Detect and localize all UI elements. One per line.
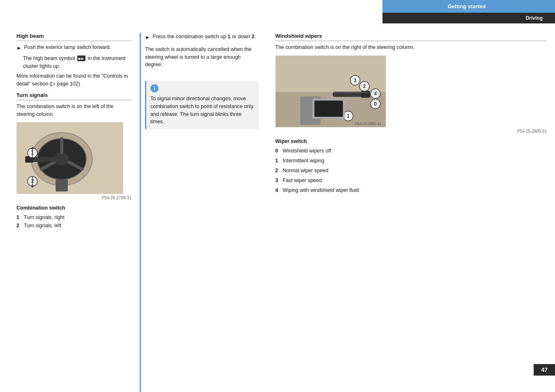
turn-signals-section: Turn signals The combination switch is o… bbox=[16, 92, 131, 230]
item-text: Wiping with windshield wiper fluid bbox=[283, 187, 359, 193]
svg-text:1: 1 bbox=[347, 113, 350, 119]
item-text: Normal wiper speed bbox=[283, 168, 328, 173]
tab-getting-started[interactable]: Getting started bbox=[382, 0, 555, 13]
windshield-wipers-svg: 3 2 4 0 1 bbox=[276, 56, 386, 127]
svg-rect-7 bbox=[55, 180, 68, 192]
info-icon: i bbox=[150, 84, 159, 92]
svg-text:2: 2 bbox=[363, 83, 366, 89]
svg-point-3 bbox=[54, 152, 69, 166]
left-column: High beam ► Push the exterior lamp switc… bbox=[16, 33, 140, 392]
item-text: Fast wiper speed bbox=[283, 178, 322, 183]
item-num: 2 bbox=[16, 221, 19, 230]
info-text: To signal minor directional changes, mov… bbox=[150, 95, 255, 126]
windshield-wipers-body: The combination switch is on the right o… bbox=[275, 44, 547, 51]
item-num: 0 bbox=[275, 147, 278, 155]
auto-cancel-text: The switch is automatically cancelled wh… bbox=[145, 46, 259, 69]
item-text: Intermittent wiping bbox=[283, 158, 324, 164]
high-beam-bullet: ► Push the exterior lamp switch forward. bbox=[16, 44, 131, 52]
list-item: 4 Wiping with windshield wiper fluid bbox=[275, 186, 547, 194]
high-beam-indent: The high beam symbol ■► in the instrumen… bbox=[23, 55, 131, 70]
item-text: Turn signals, right bbox=[24, 214, 64, 220]
turn-signals-title: Turn signals bbox=[16, 92, 131, 100]
turn-signals-image-label: P54-25-2799-31 bbox=[16, 196, 131, 200]
item-num: 3 bbox=[275, 176, 278, 184]
list-item: 1 Intermittent wiping bbox=[275, 157, 547, 165]
high-beam-more-info: More information can be found in the "Co… bbox=[16, 72, 131, 88]
svg-text:P54-25-2800-31: P54-25-2800-31 bbox=[355, 122, 381, 126]
bullet-arrow-icon: ► bbox=[16, 44, 21, 52]
high-beam-section: High beam ► Push the exterior lamp switc… bbox=[16, 33, 131, 88]
svg-text:3: 3 bbox=[354, 78, 357, 83]
high-beam-icon: ■► bbox=[77, 55, 85, 61]
turn-signals-image: 1 2 bbox=[16, 122, 123, 194]
high-beam-bullet-text: Push the exterior lamp switch forward. bbox=[24, 44, 111, 52]
svg-rect-34 bbox=[314, 100, 343, 117]
info-box: i To signal minor directional changes, m… bbox=[145, 81, 259, 129]
tab-driving[interactable]: Driving bbox=[382, 13, 555, 23]
list-item: 1 Turn signals, right bbox=[16, 213, 131, 221]
item-num: 2 bbox=[275, 166, 278, 175]
high-beam-title: High beam bbox=[16, 33, 131, 41]
right-column: Windshield wipers The combination switch… bbox=[263, 33, 555, 392]
item-text: Turn signals, left bbox=[24, 223, 61, 228]
header-tabs: Getting started Driving bbox=[382, 0, 555, 23]
mid-bullet: ► Press the combination switch up 1 or d… bbox=[145, 33, 259, 42]
mid-bullet-text: Press the combination switch up 1 or dow… bbox=[152, 33, 256, 42]
windshield-wipers-image: 3 2 4 0 1 bbox=[275, 55, 386, 127]
windshield-wipers-section: Windshield wipers The combination switch… bbox=[275, 33, 547, 194]
item-num: 1 bbox=[16, 213, 19, 221]
high-beam-indent-text-a: The high beam symbol bbox=[23, 55, 75, 61]
middle-column: ► Press the combination switch up 1 or d… bbox=[140, 33, 263, 392]
windshield-wipers-title: Windshield wipers bbox=[275, 33, 547, 41]
turn-signals-body: The combination switch is on the left of… bbox=[16, 103, 131, 118]
combination-switch-list: 1 Turn signals, right 2 Turn signals, le… bbox=[16, 213, 131, 230]
list-item: 2 Turn signals, left bbox=[16, 221, 131, 230]
svg-text:4: 4 bbox=[374, 91, 377, 97]
windshield-wipers-image-label: P54-25-2800-31 bbox=[275, 129, 547, 134]
item-num: 4 bbox=[275, 186, 278, 194]
bullet-arrow-icon-mid: ► bbox=[145, 34, 150, 42]
mid-content: ► Press the combination switch up 1 or d… bbox=[145, 33, 259, 129]
list-item: 3 Fast wiper speed bbox=[275, 176, 547, 184]
list-item: 2 Normal wiper speed bbox=[275, 166, 547, 175]
svg-rect-22 bbox=[361, 91, 370, 98]
combination-switch-label: Combination switch bbox=[16, 205, 131, 211]
item-text: Windshield wipers off bbox=[283, 148, 331, 154]
content-area: High beam ► Push the exterior lamp switc… bbox=[16, 33, 555, 392]
list-item: 0 Windshield wipers off bbox=[275, 147, 547, 155]
wiper-switch-label: Wiper switch bbox=[275, 138, 547, 144]
item-num: 1 bbox=[275, 157, 278, 165]
svg-text:0: 0 bbox=[374, 101, 377, 106]
wiper-switch-list: 0 Windshield wipers off 1 Intermittent w… bbox=[275, 147, 547, 194]
turn-signals-svg: 1 2 bbox=[17, 122, 123, 194]
